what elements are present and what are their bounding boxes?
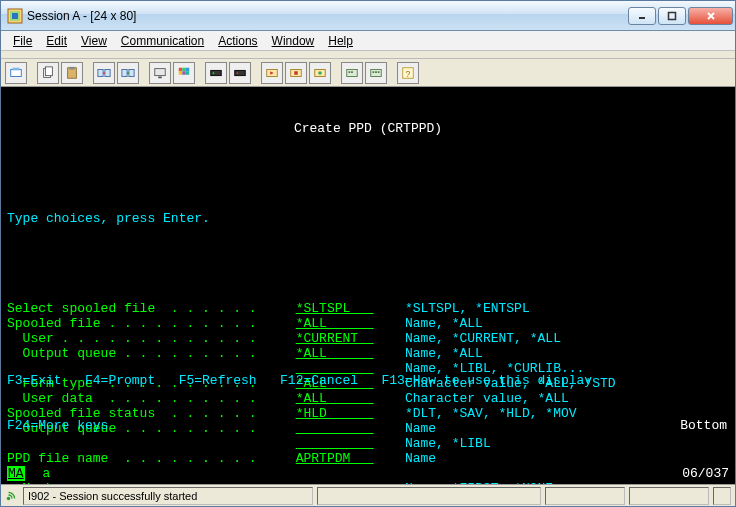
svg-rect-8	[13, 67, 20, 70]
option-strip	[1, 51, 735, 59]
menu-communication[interactable]: Communication	[115, 33, 210, 49]
tb-printscreen[interactable]	[5, 62, 27, 84]
tb-macro-stop[interactable]	[285, 62, 307, 84]
tb-copy[interactable]	[37, 62, 59, 84]
svg-rect-17	[155, 68, 166, 75]
svg-rect-14	[105, 69, 110, 76]
field-input[interactable]: *SLTSPL	[296, 301, 374, 316]
tb-connect[interactable]	[205, 62, 227, 84]
toolbar: ?	[1, 59, 735, 87]
svg-rect-12	[69, 66, 74, 69]
tb-keypad1[interactable]	[341, 62, 363, 84]
svg-rect-20	[182, 67, 186, 71]
svg-rect-4	[669, 12, 676, 19]
tb-paste[interactable]	[61, 62, 83, 84]
status-spacer	[317, 487, 541, 505]
svg-rect-16	[129, 69, 134, 76]
tb-colormap[interactable]	[173, 62, 195, 84]
status-slot-3	[713, 487, 731, 505]
svg-text:?: ?	[406, 68, 411, 78]
status-message: I902 - Session successfully started	[23, 487, 313, 505]
window-controls	[628, 7, 733, 25]
svg-point-28	[237, 72, 239, 74]
svg-rect-10	[45, 66, 52, 75]
svg-rect-19	[179, 67, 183, 71]
field-hint: Name, *ALL	[405, 316, 483, 331]
svg-point-34	[318, 71, 322, 75]
menu-help[interactable]: Help	[322, 33, 359, 49]
menu-view[interactable]: View	[75, 33, 113, 49]
svg-rect-40	[375, 71, 377, 73]
field-label: Select spooled file . . . . . .	[7, 301, 264, 316]
svg-rect-21	[186, 67, 190, 71]
fkeys-line2: F24=More keys	[7, 418, 729, 433]
svg-rect-25	[211, 70, 222, 75]
svg-point-44	[7, 496, 11, 500]
tb-macro-play[interactable]	[261, 62, 283, 84]
svg-rect-15	[122, 69, 127, 76]
app-window: Session A - [24 x 80] File Edit View Com…	[0, 0, 736, 507]
svg-rect-32	[294, 71, 298, 75]
svg-rect-24	[186, 71, 190, 75]
tb-keypad2[interactable]	[365, 62, 387, 84]
titlebar[interactable]: Session A - [24 x 80]	[1, 1, 735, 31]
fkeys-line1: F3=Exit F4=Prompt F5=Refresh F12=Cancel …	[7, 373, 729, 388]
svg-point-26	[213, 72, 215, 74]
svg-rect-2	[12, 13, 18, 19]
svg-rect-7	[11, 69, 22, 76]
statusbar: I902 - Session successfully started	[1, 484, 735, 506]
minimize-button[interactable]	[628, 7, 656, 25]
close-button[interactable]	[688, 7, 733, 25]
field-row: Spooled file . . . . . . . . . . *ALL Na…	[7, 316, 729, 331]
terminal-screen[interactable]: Create PPD (CRTPPD) Type choices, press …	[1, 87, 735, 484]
tb-send[interactable]	[93, 62, 115, 84]
screen-title: Create PPD (CRTPPD)	[7, 121, 729, 136]
status-cursor-pos: 06/037	[682, 466, 729, 481]
field-row: Select spooled file . . . . . . *SLTSPL …	[7, 301, 729, 316]
svg-rect-37	[351, 71, 353, 73]
status-slot-1	[545, 487, 625, 505]
connection-icon	[5, 488, 19, 504]
svg-rect-23	[182, 71, 186, 75]
status-slot-2	[629, 487, 709, 505]
status-ma: MA	[7, 466, 25, 481]
status-a: a	[43, 466, 51, 481]
window-title: Session A - [24 x 80]	[27, 9, 628, 23]
tb-disconnect[interactable]	[229, 62, 251, 84]
terminal-status-line: MA a 06/037	[1, 465, 735, 482]
menu-actions[interactable]: Actions	[212, 33, 263, 49]
field-hint: *SLTSPL, *ENTSPL	[405, 301, 530, 316]
field-label: Spooled file . . . . . . . . . .	[7, 316, 264, 331]
menu-edit[interactable]: Edit	[40, 33, 73, 49]
app-icon	[7, 8, 23, 24]
svg-rect-27	[235, 70, 246, 75]
fkey-help: F3=Exit F4=Prompt F5=Refresh F12=Cancel …	[7, 343, 729, 463]
maximize-button[interactable]	[658, 7, 686, 25]
screen-prompt: Type choices, press Enter.	[7, 211, 729, 226]
svg-rect-13	[98, 69, 103, 76]
svg-rect-36	[349, 71, 351, 73]
tb-receive[interactable]	[117, 62, 139, 84]
menubar: File Edit View Communication Actions Win…	[1, 31, 735, 51]
svg-rect-22	[179, 71, 183, 75]
tb-display[interactable]	[149, 62, 171, 84]
svg-rect-18	[158, 76, 162, 78]
field-input[interactable]: *ALL	[296, 316, 374, 331]
tb-macro-rec[interactable]	[309, 62, 331, 84]
menu-window[interactable]: Window	[266, 33, 321, 49]
tb-help[interactable]: ?	[397, 62, 419, 84]
menu-file[interactable]: File	[7, 33, 38, 49]
svg-rect-41	[378, 71, 380, 73]
svg-rect-39	[373, 71, 375, 73]
